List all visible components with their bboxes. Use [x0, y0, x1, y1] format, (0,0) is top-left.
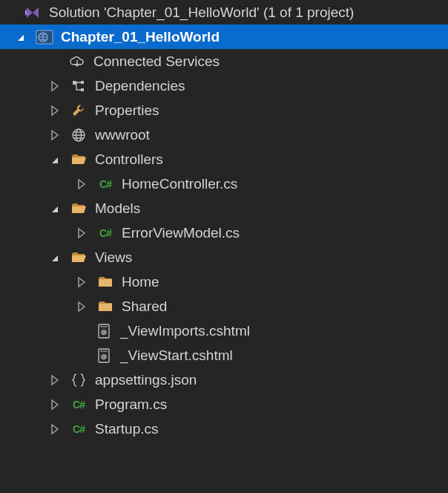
- expand-arrow[interactable]: [49, 80, 61, 92]
- globe-icon: [70, 126, 88, 144]
- tree-item-wwwroot[interactable]: wwwroot: [0, 123, 448, 147]
- folder-open-icon: [70, 249, 88, 267]
- tree-item-home[interactable]: Home: [0, 270, 448, 294]
- item-label: Views: [95, 249, 132, 266]
- solution-row[interactable]: Solution 'Chapter_01_HelloWorld' (1 of 1…: [0, 0, 448, 25]
- item-label: wwwroot: [95, 127, 150, 143]
- csharp-icon: C#: [96, 224, 114, 242]
- project-icon: [36, 28, 53, 46]
- dependencies-icon: [70, 77, 88, 95]
- item-label: Models: [95, 200, 140, 217]
- item-label: Startup.cs: [95, 421, 159, 437]
- tree-item-program[interactable]: C# Program.cs: [0, 392, 448, 417]
- expand-arrow[interactable]: [49, 129, 61, 141]
- item-label: Controllers: [95, 151, 163, 168]
- csharp-icon: C#: [70, 396, 88, 414]
- item-label: HomeController.cs: [122, 176, 237, 192]
- folder-closed-icon: [96, 273, 114, 291]
- expand-arrow[interactable]: [49, 105, 61, 117]
- tree-item-models[interactable]: Models: [0, 196, 448, 221]
- item-label: Home: [122, 274, 159, 290]
- tree-item-viewstart[interactable]: _ViewStart.cshtml: [0, 343, 448, 368]
- item-label: Dependencies: [95, 78, 185, 94]
- expand-arrow[interactable]: [49, 203, 61, 215]
- tree-item-views[interactable]: Views: [0, 245, 448, 270]
- tree-item-properties[interactable]: Properties: [0, 98, 448, 123]
- item-label: Connected Services: [93, 53, 220, 70]
- item-label: _ViewImports.cshtml: [120, 323, 250, 339]
- expand-arrow[interactable]: [76, 178, 88, 190]
- tree-item-dependencies[interactable]: Dependencies: [0, 74, 448, 98]
- cshtml-icon: [95, 347, 113, 365]
- project-row[interactable]: Chapter_01_HelloWorld: [0, 25, 448, 49]
- tree-item-shared[interactable]: Shared: [0, 294, 448, 319]
- expand-arrow[interactable]: [76, 276, 88, 288]
- folder-closed-icon: [96, 298, 114, 316]
- tree-item-errorviewmodel[interactable]: C# ErrorViewModel.cs: [0, 221, 448, 245]
- expand-arrow[interactable]: [49, 399, 61, 411]
- expand-arrow[interactable]: [76, 301, 88, 313]
- cshtml-icon: [95, 322, 113, 340]
- item-label: Properties: [95, 102, 159, 119]
- expand-arrow[interactable]: [49, 423, 61, 435]
- expand-arrow[interactable]: [49, 154, 61, 166]
- tree-item-homecontroller[interactable]: C# HomeController.cs: [0, 172, 448, 196]
- item-label: Shared: [122, 298, 167, 315]
- expand-arrow[interactable]: [15, 31, 27, 43]
- solution-label: Solution 'Chapter_01_HelloWorld' (1 of 1…: [49, 4, 354, 21]
- vs-icon: [24, 4, 42, 22]
- item-label: _ViewStart.cshtml: [120, 347, 233, 364]
- tree-item-startup[interactable]: C# Startup.cs: [0, 417, 448, 441]
- tree-item-controllers[interactable]: Controllers: [0, 147, 448, 172]
- folder-open-icon: [70, 200, 88, 218]
- expand-arrow[interactable]: [49, 374, 61, 386]
- cloud-icon: [68, 53, 86, 71]
- tree-item-appsettings[interactable]: appsettings.json: [0, 368, 448, 392]
- expand-arrow[interactable]: [76, 227, 88, 239]
- project-label: Chapter_01_HelloWorld: [61, 29, 220, 45]
- item-label: Program.cs: [95, 396, 167, 413]
- json-icon: [70, 371, 88, 389]
- expand-arrow[interactable]: [49, 252, 61, 264]
- item-label: ErrorViewModel.cs: [122, 225, 240, 241]
- tree-item-viewimports[interactable]: _ViewImports.cshtml: [0, 319, 448, 343]
- tree-item-connected-services[interactable]: Connected Services: [0, 49, 448, 74]
- wrench-icon: [70, 102, 88, 120]
- csharp-icon: C#: [96, 175, 114, 193]
- item-label: appsettings.json: [95, 372, 197, 388]
- folder-open-icon: [70, 151, 88, 169]
- csharp-icon: C#: [70, 420, 88, 438]
